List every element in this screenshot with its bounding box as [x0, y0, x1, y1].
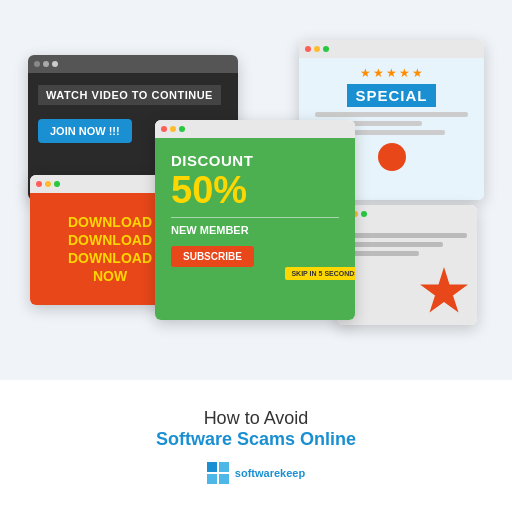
bottom-section: How to Avoid Software Scams Online softw… — [0, 380, 512, 512]
bottom-right-window — [337, 205, 477, 325]
star1: ★ — [360, 66, 371, 80]
join-now-button[interactable]: JOIN NOW !!! — [38, 119, 132, 143]
discount-window: DISCOUNT 50% NEW MEMBER SUBSCRIBE SKIP I… — [155, 120, 355, 320]
logo-sq2 — [219, 462, 229, 472]
stars-row: ★ ★ ★ ★ ★ — [360, 66, 423, 80]
headline-line2: Software Scams Online — [156, 429, 356, 450]
video-window-bar — [28, 55, 238, 73]
dot3 — [54, 181, 60, 187]
star4: ★ — [399, 66, 410, 80]
br-line1 — [347, 233, 467, 238]
ad-scene: WATCH VIDEO TO CONTINUE JOIN NOW !!! DOW… — [0, 0, 512, 380]
logo-sq3 — [207, 474, 217, 484]
starburst-badge — [419, 267, 469, 317]
special-title: SPECIAL — [347, 84, 435, 107]
dot1 — [305, 46, 311, 52]
discount-window-bar — [155, 120, 355, 138]
special-window-bar — [299, 40, 484, 58]
dot-green — [52, 61, 58, 67]
br-window-content — [337, 223, 477, 325]
dot2 — [170, 126, 176, 132]
discount-window-content: DISCOUNT 50% NEW MEMBER SUBSCRIBE SKIP I… — [155, 138, 355, 320]
new-member-label: NEW MEMBER — [171, 224, 249, 236]
dot1 — [36, 181, 42, 187]
dot3 — [361, 211, 367, 217]
br-line3 — [347, 251, 419, 256]
dot3 — [179, 126, 185, 132]
headline-line1: How to Avoid — [204, 408, 309, 429]
brand-name: softwarekeep — [235, 467, 305, 479]
watch-video-label: WATCH VIDEO TO CONTINUE — [38, 85, 221, 105]
dot2 — [314, 46, 320, 52]
line1 — [315, 112, 467, 117]
br-line2 — [347, 242, 443, 247]
logo-sq1 — [207, 462, 217, 472]
dot1 — [161, 126, 167, 132]
brand-logo — [207, 462, 229, 484]
star3: ★ — [386, 66, 397, 80]
star2: ★ — [373, 66, 384, 80]
dot-yellow — [43, 61, 49, 67]
download-label: DOWNLOADDOWNLOADDOWNLOADNOW — [68, 213, 152, 286]
logo-sq4 — [219, 474, 229, 484]
discount-label: DISCOUNT — [171, 152, 253, 169]
discount-percent: 50% — [171, 171, 247, 209]
subscribe-button[interactable]: SUBSCRIBE — [171, 246, 254, 267]
skip-badge[interactable]: SKIP IN 5 SECONDS — [285, 267, 355, 280]
brand-row: softwarekeep — [207, 462, 305, 484]
br-lines — [347, 233, 467, 260]
br-window-bar — [337, 205, 477, 223]
dot3 — [323, 46, 329, 52]
discount-divider — [171, 217, 339, 218]
dot-red — [34, 61, 40, 67]
dot2 — [45, 181, 51, 187]
special-button[interactable] — [378, 143, 406, 171]
star5: ★ — [412, 66, 423, 80]
brand-name-text: softwarekeep — [235, 467, 305, 479]
